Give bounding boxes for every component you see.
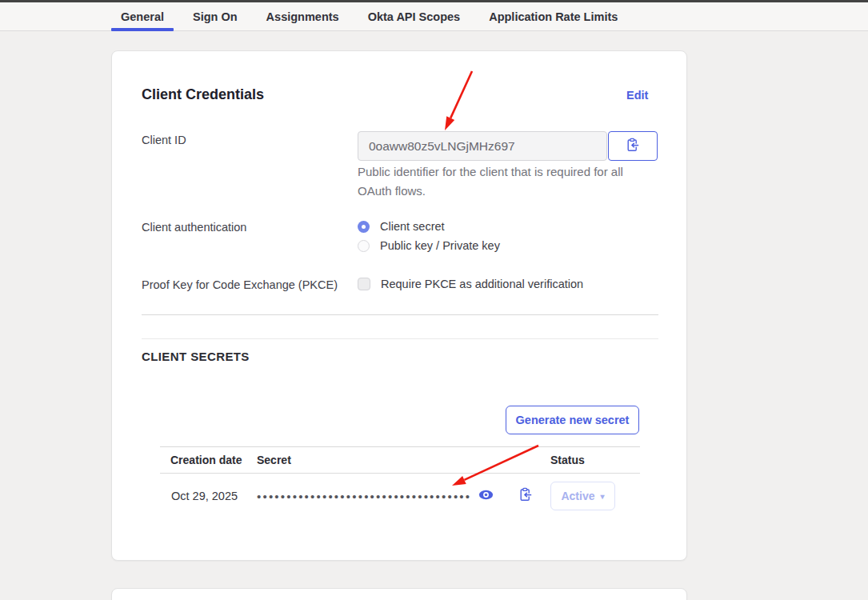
card-title: Client Credentials [142,86,264,103]
tab-assignments[interactable]: Assignments [257,2,349,30]
eye-icon [478,489,494,503]
chevron-down-icon: ▾ [601,492,605,501]
pkce-label: Proof Key for Code Exchange (PKCE) [142,278,338,291]
radio-option-label: Public key / Private key [380,239,500,252]
tab-bar: General Sign On Assignments Okta API Sco… [0,0,868,31]
column-header-status: Status [550,454,630,466]
client-authentication-label: Client authentication [142,221,246,234]
clipboard-copy-icon [626,138,641,155]
table-header-row: Creation date Secret Status [160,446,640,474]
column-header-secret: Secret [257,454,550,466]
tab-general[interactable]: General [111,2,174,30]
tab-okta-api-scopes[interactable]: Okta API Scopes [358,2,470,30]
tab-label: Sign On [193,10,238,23]
divider [142,338,658,339]
pkce-checkbox-label: Require PKCE as additional verification [381,278,583,290]
radio-unselected-icon[interactable] [358,240,370,252]
tab-label: Assignments [266,10,339,23]
client-credentials-card: Client Credentials Edit Client ID Public… [111,50,687,561]
tab-sign-on[interactable]: Sign On [183,2,247,30]
reveal-secret-button[interactable] [478,489,494,503]
status-dropdown-button[interactable]: Active ▾ [550,482,615,510]
next-section-card [111,588,687,600]
column-header-creation-date: Creation date [160,454,257,466]
tab-label: General [121,10,164,23]
client-id-input[interactable] [358,131,607,161]
client-secrets-heading: CLIENT SECRETS [142,350,250,363]
tab-label: Okta API Scopes [368,10,461,23]
pkce-checkbox-row[interactable]: Require PKCE as additional verification [358,278,583,290]
status-cell: Active ▾ [550,482,615,510]
radio-selected-icon[interactable] [358,221,370,233]
client-secrets-table: Creation date Secret Status Oct 29, 2025… [160,446,640,518]
radio-option-client-secret[interactable]: Client secret [358,220,445,233]
pkce-checkbox[interactable] [358,278,370,290]
tab-label: Application Rate Limits [489,10,618,23]
radio-option-public-private-key[interactable]: Public key / Private key [358,239,500,252]
creation-date-cell: Oct 29, 2025 [160,490,257,502]
tab-application-rate-limits[interactable]: Application Rate Limits [479,2,627,30]
clipboard-copy-icon [518,487,534,505]
secret-cell: •••••••••••••••••••••••••••••••••••• [257,487,550,505]
table-row: Oct 29, 2025 •••••••••••••••••••••••••••… [160,474,640,518]
copy-client-id-button[interactable] [608,131,658,161]
divider [142,314,658,315]
copy-secret-button[interactable] [518,487,534,505]
client-credentials-page: General Sign On Assignments Okta API Sco… [0,0,868,600]
client-id-help-text: Public identifier for the client that is… [358,162,631,201]
generate-new-secret-button[interactable]: Generate new secret [506,406,639,434]
radio-option-label: Client secret [380,220,445,233]
masked-secret-value: •••••••••••••••••••••••••••••••••••• [257,490,478,503]
client-id-label: Client ID [142,134,186,146]
status-badge: Active [561,490,594,502]
edit-link[interactable]: Edit [626,89,648,102]
